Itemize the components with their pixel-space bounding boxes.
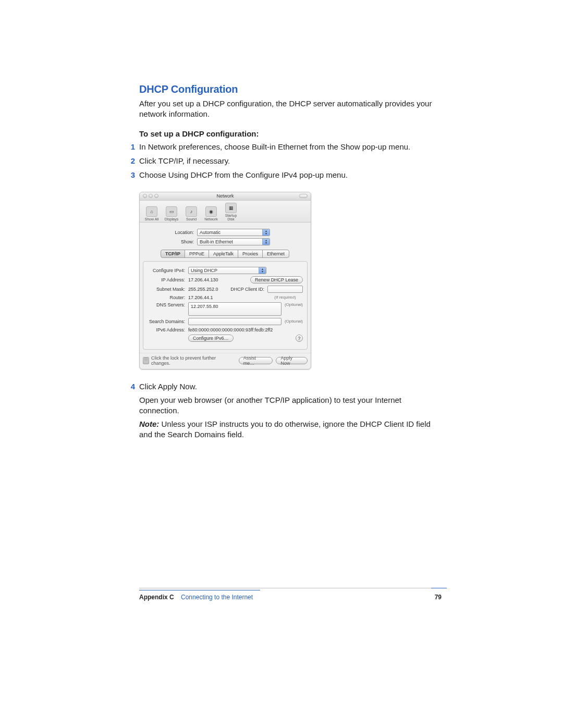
ip-address-value: 17.206.44.130 [188, 277, 218, 282]
router-value: 17.206.44.1 [188, 295, 230, 300]
subnet-mask-label: Subnet Mask: [148, 287, 188, 292]
sound-icon: ♪ [186, 206, 197, 217]
tab-pppoe[interactable]: PPPoE [185, 250, 209, 258]
toolbar-network[interactable]: ◉ Network [202, 206, 220, 221]
apply-now-button[interactable]: Apply Now [276, 357, 308, 364]
dhcp-client-id-hint: (If required) [267, 295, 303, 300]
window-title: Network [140, 193, 311, 199]
tcpip-panel: Configure IPv4: Using DHCP ▴▾ IP Address… [143, 261, 308, 350]
popup-arrows-icon: ▴▾ [262, 229, 270, 236]
show-label: Show: [161, 239, 197, 244]
dns-servers-input[interactable]: 12.207.55.80 [188, 302, 282, 316]
step-2-text: Click TCP/IP, if necessary. [139, 155, 230, 166]
tab-bar: TCP/IP PPPoE AppleTalk Proxies Ethernet [140, 250, 311, 258]
search-domains-input[interactable] [188, 318, 282, 325]
tab-appletalk[interactable]: AppleTalk [209, 250, 238, 258]
configure-ipv4-label: Configure IPv4: [148, 268, 188, 273]
configure-ipv6-button[interactable]: Configure IPv6… [188, 335, 234, 342]
tab-ethernet[interactable]: Ethernet [262, 250, 289, 258]
dhcp-client-id-input[interactable] [267, 286, 303, 293]
toolbar-label: Startup Disk [222, 214, 240, 221]
toolbar-label: Displays [163, 217, 180, 221]
page-footer: Appendix C Connecting to the Internet 79 [139, 590, 442, 601]
location-popup[interactable]: Automatic ▴▾ [197, 229, 270, 236]
configure-ipv4-value: Using DHCP [191, 268, 217, 273]
ipv6-address-label: IPv6 Address: [148, 327, 188, 332]
footer-chapter: Connecting to the Internet [181, 594, 253, 601]
step-4-text: Click Apply Now. [139, 381, 197, 392]
toolbar-label: Network [202, 217, 220, 221]
startup-disk-icon: ▦ [225, 203, 237, 213]
displays-icon: ▭ [166, 206, 177, 217]
location-label: Location: [161, 230, 197, 235]
subnet-mask-value: 255.255.252.0 [188, 287, 230, 292]
assist-me-button[interactable]: Assist me… [239, 357, 273, 364]
popup-arrows-icon: ▴▾ [262, 239, 270, 245]
ip-address-label: IP Address: [148, 277, 188, 282]
dns-servers-value: 12.207.55.80 [191, 304, 218, 309]
step-2: 2Click TCP/IP, if necessary. [139, 155, 442, 166]
network-icon: ◉ [205, 206, 217, 217]
configure-ipv4-popup[interactable]: Using DHCP ▴▾ [188, 267, 266, 274]
step-3-text: Choose Using DHCP from the Configure IPv… [139, 169, 348, 180]
show-all-icon: ⌂ [146, 206, 157, 217]
lock-icon[interactable] [143, 357, 149, 364]
dns-optional-hint: (Optional) [285, 302, 303, 307]
popup-arrows-icon: ▴▾ [259, 267, 266, 274]
step-3: 3Choose Using DHCP from the Configure IP… [139, 169, 442, 180]
ipv6-address-value: fe80:0000:0000:0000:0000:93ff:fedb:2ff2 [188, 327, 273, 332]
step-4: 4Click Apply Now. [139, 381, 442, 392]
dhcp-client-id-label: DHCP Client ID: [230, 287, 267, 292]
toolbar: ⌂ Show All ▭ Displays ♪ Sound ◉ Network … [140, 201, 311, 223]
window-titlebar: Network [140, 192, 311, 201]
step-1-text: In Network preferences, choose Built-in … [139, 141, 410, 152]
section-title: DHCP Configuration [139, 83, 442, 95]
toolbar-show-all[interactable]: ⌂ Show All [143, 206, 161, 221]
lock-text: Click the lock to prevent further change… [151, 355, 236, 366]
footer-page-number: 79 [435, 594, 442, 601]
toolbar-label: Show All [143, 217, 161, 221]
dns-servers-label: DNS Servers: [148, 302, 188, 307]
network-preferences-window: Network ⌂ Show All ▭ Displays ♪ Sound ◉ … [139, 192, 311, 369]
help-button[interactable]: ? [296, 335, 303, 342]
subhead: To set up a DHCP configuration: [139, 129, 442, 138]
toolbar-displays[interactable]: ▭ Displays [163, 206, 180, 221]
search-domains-label: Search Domains: [148, 319, 188, 324]
router-label: Router: [148, 295, 188, 300]
footer-appendix: Appendix C [139, 594, 174, 601]
toolbar-toggle-icon[interactable] [299, 194, 308, 198]
tab-proxies[interactable]: Proxies [238, 250, 263, 258]
toolbar-label: Sound [182, 217, 200, 221]
renew-dhcp-lease-button[interactable]: Renew DHCP Lease [250, 276, 303, 283]
note-paragraph: Note: Unless your ISP instructs you to d… [139, 419, 442, 440]
tab-tcpip[interactable]: TCP/IP [161, 250, 185, 258]
step-1: 1In Network preferences, choose Built-in… [139, 141, 442, 152]
search-optional-hint: (Optional) [285, 319, 303, 324]
note-label: Note: [139, 419, 159, 428]
note-body: Unless your ISP instructs you to do othe… [139, 419, 431, 439]
show-popup[interactable]: Built-in Ethernet ▴▾ [197, 238, 270, 245]
toolbar-sound[interactable]: ♪ Sound [182, 206, 200, 221]
after-step4-text: Open your web browser (or another TCP/IP… [139, 395, 442, 416]
toolbar-startup-disk[interactable]: ▦ Startup Disk [222, 203, 240, 221]
intro-paragraph: After you set up a DHCP configuration, t… [139, 98, 442, 120]
location-value: Automatic [200, 230, 221, 235]
show-value: Built-in Ethernet [200, 239, 233, 244]
